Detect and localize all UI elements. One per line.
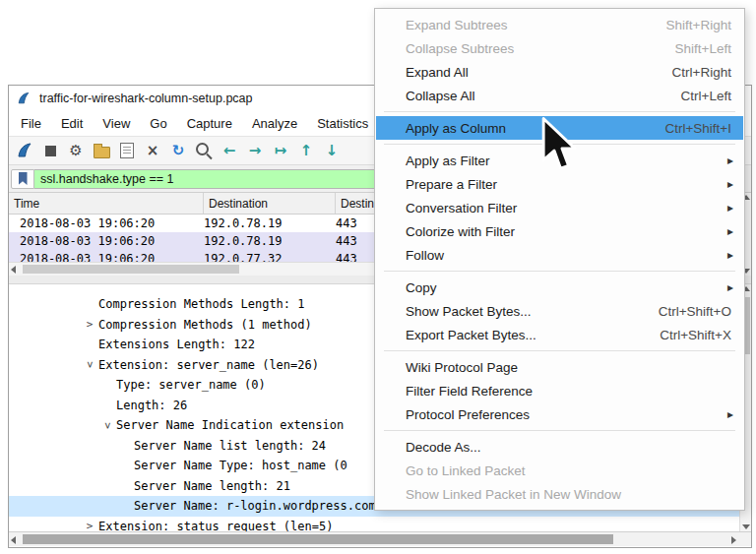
menu-item-expand-all[interactable]: Expand AllCtrl+Right bbox=[376, 60, 743, 84]
menu-item-colorize-with-filter[interactable]: Colorize with Filter▸ bbox=[376, 219, 743, 243]
menu-item-wiki-protocol-page[interactable]: Wiki Protocol Page bbox=[376, 355, 743, 379]
detail-text: Server Name: r-login.wordpress.com bbox=[134, 499, 376, 513]
collapse-arrow-icon[interactable]: > bbox=[84, 356, 96, 374]
scroll-left-icon[interactable] bbox=[11, 536, 16, 544]
menu-item-label: Show Linked Packet in New Window bbox=[406, 487, 731, 502]
menu-item-label: Copy bbox=[406, 280, 731, 295]
packet-destination: 192.0.78.19 bbox=[204, 234, 336, 248]
menubar-item-go[interactable]: Go bbox=[140, 112, 176, 135]
menu-item-label: Follow bbox=[406, 248, 731, 263]
menu-item-follow[interactable]: Follow▸ bbox=[376, 243, 743, 267]
menu-item-label: Show Packet Bytes... bbox=[406, 304, 641, 319]
packet-list-hscroll-thumb[interactable] bbox=[23, 265, 239, 274]
menu-item-collapse-all[interactable]: Collapse AllCtrl+Left bbox=[376, 84, 743, 107]
go-last-packet-icon[interactable]: ↓ bbox=[320, 139, 344, 162]
menu-item-label: Colorize with Filter bbox=[406, 224, 731, 239]
scroll-down-icon[interactable] bbox=[742, 524, 750, 529]
menubar-item-analyze[interactable]: Analyze bbox=[242, 112, 307, 135]
submenu-arrow-icon: ▸ bbox=[727, 407, 733, 421]
capture-options-icon[interactable]: ⚙ bbox=[64, 139, 88, 162]
menu-item-label: Collapse All bbox=[406, 89, 663, 103]
packet-time: 2018-08-03 19:06:20 bbox=[9, 216, 204, 230]
submenu-arrow-icon: ▸ bbox=[727, 280, 733, 294]
detail-text: Compression Methods (1 method) bbox=[98, 318, 312, 332]
scroll-left-icon[interactable] bbox=[11, 266, 16, 274]
find-packet-icon[interactable] bbox=[192, 139, 216, 162]
scroll-right-icon[interactable] bbox=[731, 536, 736, 544]
bottom-hscrollbar[interactable] bbox=[9, 531, 751, 546]
collapse-arrow-icon[interactable]: > bbox=[101, 416, 114, 434]
menu-item-label: Decode As... bbox=[406, 440, 731, 455]
packet-destination: 192.0.78.19 bbox=[204, 216, 336, 230]
submenu-arrow-icon: ▸ bbox=[727, 154, 733, 167]
start-capture-icon[interactable] bbox=[13, 139, 36, 162]
submenu-arrow-icon: ▸ bbox=[727, 248, 733, 262]
menu-item-shortcut: Ctrl+Shift+X bbox=[660, 328, 731, 342]
mouse-cursor bbox=[540, 117, 584, 178]
menu-item-copy[interactable]: Copy▸ bbox=[376, 276, 743, 299]
go-forward-icon[interactable]: → bbox=[243, 139, 267, 162]
expand-arrow-icon[interactable]: > bbox=[81, 318, 98, 331]
menu-item-label: Go to Linked Packet bbox=[406, 463, 731, 478]
menu-item-protocol-preferences[interactable]: Protocol Preferences▸ bbox=[376, 402, 743, 426]
detail-text: Server Name Indication extension bbox=[116, 418, 344, 432]
menu-item-conversation-filter[interactable]: Conversation Filter▸ bbox=[376, 196, 743, 219]
bookmark-icon bbox=[19, 172, 28, 185]
reload-icon[interactable]: ↻ bbox=[166, 139, 190, 162]
menu-item-expand-subtrees: Expand SubtreesShift+Right bbox=[376, 13, 743, 36]
menubar-item-file[interactable]: File bbox=[11, 112, 51, 135]
go-to-packet-icon[interactable]: ↦ bbox=[269, 139, 292, 162]
menubar-item-statistics[interactable]: Statistics bbox=[307, 112, 378, 135]
detail-tree-row[interactable]: >Extension: status_request (len=5) bbox=[9, 517, 739, 532]
menu-item-label: Apply as Column bbox=[406, 121, 647, 136]
bottom-hscroll-thumb[interactable] bbox=[23, 534, 613, 544]
menubar-item-edit[interactable]: Edit bbox=[51, 112, 93, 135]
menu-item-export-packet-bytes[interactable]: Export Packet Bytes...Ctrl+Shift+X bbox=[376, 323, 743, 346]
open-file-icon[interactable] bbox=[90, 139, 113, 162]
detail-text: Extension: server_name (len=26) bbox=[98, 358, 319, 372]
go-first-packet-icon[interactable]: ↑ bbox=[294, 139, 318, 162]
menu-item-show-packet-bytes[interactable]: Show Packet Bytes...Ctrl+Shift+O bbox=[376, 299, 743, 323]
menu-item-show-linked-packet-in-new-window: Show Linked Packet in New Window bbox=[376, 482, 743, 506]
detail-text: Extension: status_request (len=5) bbox=[98, 520, 333, 531]
menu-item-shortcut: Ctrl+Shift+I bbox=[664, 121, 731, 136]
menu-item-shortcut: Shift+Right bbox=[666, 18, 731, 32]
packet-time: 2018-08-03 19:06:20 bbox=[9, 252, 204, 262]
submenu-arrow-icon: ▸ bbox=[727, 224, 733, 238]
expand-arrow-icon[interactable]: > bbox=[81, 520, 98, 531]
menu-item-label: Expand All bbox=[406, 65, 655, 80]
close-file-icon[interactable]: × bbox=[141, 139, 164, 162]
detail-text: Length: 26 bbox=[116, 399, 187, 412]
menu-item-decode-as[interactable]: Decode As... bbox=[376, 435, 743, 459]
stop-capture-icon[interactable] bbox=[38, 139, 62, 162]
filter-bookmark-button[interactable] bbox=[11, 169, 34, 189]
submenu-arrow-icon: ▸ bbox=[727, 201, 733, 215]
menu-item-label: Expand Subtrees bbox=[406, 18, 649, 32]
column-header-destination[interactable]: Destination bbox=[204, 193, 336, 214]
menu-item-shortcut: Ctrl+Left bbox=[681, 89, 731, 103]
desktop: traffic-for-wireshark-column-setup.pcap … bbox=[0, 0, 756, 554]
menu-item-filter-field-reference[interactable]: Filter Field Reference bbox=[376, 379, 743, 402]
menu-separator bbox=[384, 111, 735, 112]
menu-item-label: Conversation Filter bbox=[406, 201, 731, 215]
menu-item-label: Wiki Protocol Page bbox=[406, 360, 731, 375]
menubar-item-capture[interactable]: Capture bbox=[177, 112, 242, 135]
menu-separator bbox=[384, 430, 735, 431]
menu-item-collapse-subtrees: Collapse SubtreesShift+Left bbox=[376, 36, 743, 60]
column-header-time[interactable]: Time bbox=[9, 193, 204, 214]
go-back-icon[interactable]: ← bbox=[218, 139, 241, 162]
packet-time: 2018-08-03 19:06:20 bbox=[9, 234, 204, 248]
menu-item-label: Prepare a Filter bbox=[406, 177, 731, 192]
detail-text: Server Name list length: 24 bbox=[134, 439, 326, 453]
menu-separator bbox=[384, 271, 735, 272]
menu-item-shortcut: Shift+Left bbox=[675, 41, 731, 56]
save-file-icon[interactable] bbox=[115, 139, 139, 162]
detail-text: Extensions Length: 122 bbox=[98, 338, 255, 351]
menu-item-go-to-linked-packet: Go to Linked Packet bbox=[376, 459, 743, 482]
menu-item-label: Collapse Subtrees bbox=[406, 41, 658, 56]
menu-item-shortcut: Ctrl+Right bbox=[672, 65, 731, 80]
menubar-item-view[interactable]: View bbox=[93, 112, 140, 135]
submenu-arrow-icon: ▸ bbox=[727, 177, 733, 191]
detail-text: Server Name length: 21 bbox=[134, 479, 290, 493]
menu-item-label: Filter Field Reference bbox=[406, 384, 731, 399]
